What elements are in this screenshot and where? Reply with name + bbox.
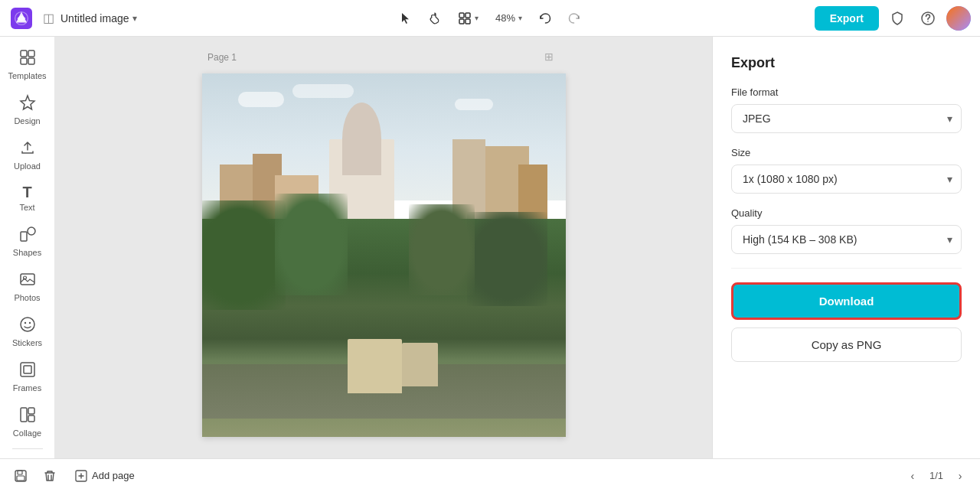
stickers-label: Stickers [12,338,42,347]
sidebar: Templates Design Upload T Text [0,37,55,458]
svg-rect-20 [24,366,31,373]
svg-point-16 [21,318,34,331]
svg-rect-9 [28,51,34,57]
sidebar-item-shapes[interactable]: Shapes [3,220,52,263]
page-counter: 1/1 [929,470,943,481]
title-chevron-icon: ▾ [132,13,137,24]
pointer-tool-button[interactable] [394,6,418,31]
bottombar: Add page ‹ 1/1 › [0,458,980,492]
svg-rect-11 [28,58,34,64]
file-format-select-wrapper: JPEG PNG PDF SVG ▾ [731,104,962,133]
help-button[interactable] [916,6,940,31]
canvas-area: Page 1 ⊞ [55,37,712,458]
delete-button[interactable] [38,464,61,487]
svg-rect-14 [21,274,34,285]
frames-icon [19,361,36,380]
svg-rect-4 [459,19,464,24]
page-next-button[interactable]: › [949,465,971,487]
svg-rect-23 [28,415,34,422]
svg-rect-26 [17,476,24,481]
page-navigation: ‹ 1/1 › [902,465,971,487]
pan-tool-button[interactable] [423,6,447,31]
sidebar-item-frames[interactable]: Frames [3,355,52,399]
sidebar-item-stickers[interactable]: Stickers [3,310,52,354]
svg-rect-22 [28,408,34,414]
stickers-icon [19,316,36,335]
add-page-label: Add page [92,470,135,481]
save-button[interactable] [9,464,32,487]
templates-icon [19,49,36,68]
size-select-wrapper: 1x (1080 x 1080 px) 2x (2160 x 2160 px) … [731,165,962,194]
design-icon [19,94,36,113]
svg-rect-25 [18,471,22,474]
zoom-button[interactable]: 48% ▾ [489,9,528,27]
file-format-group: File format JPEG PNG PDF SVG ▾ [731,86,962,133]
quality-group: Quality Low Medium High (154 KB – 308 KB… [731,207,962,254]
svg-rect-19 [21,363,34,376]
topbar-right-tools: Export [815,6,971,31]
topbar-center-tools: ▾ 48% ▾ [394,6,586,31]
photos-label: Photos [14,293,40,302]
topbar: ◫ Untitled image ▾ ▾ 48% ▾ [0,0,980,37]
text-icon: T [22,184,31,200]
page-label: Page 1 [207,52,237,63]
size-label: Size [731,147,962,158]
sidebar-item-design[interactable]: Design [3,88,52,132]
sidebar-item-text[interactable]: T Text [3,178,52,218]
sidebar-divider [12,448,43,449]
separator [731,268,962,269]
size-select[interactable]: 1x (1080 x 1080 px) 2x (2160 x 2160 px) … [731,165,962,194]
svg-point-18 [28,322,30,324]
sidebar-bottom: ••• ▼ [3,445,52,458]
add-page-button[interactable]: Add page [67,465,142,487]
export-panel: Export File format JPEG PNG PDF SVG ▾ Si… [712,37,980,458]
page-prev-button[interactable]: ‹ [902,465,923,487]
text-label: Text [19,203,34,212]
avatar[interactable] [946,6,971,31]
design-label: Design [14,116,40,125]
shield-button[interactable] [885,6,910,31]
svg-rect-8 [21,51,27,57]
svg-rect-5 [466,19,470,24]
svg-rect-12 [21,232,27,241]
photos-icon [19,271,36,290]
export-button[interactable]: Export [815,6,879,31]
svg-rect-10 [21,58,27,64]
copy-png-button[interactable]: Copy as PNG [731,327,962,362]
canvas-page[interactable] [202,73,566,437]
quality-select-wrapper: Low Medium High (154 KB – 308 KB) ▾ [731,225,962,254]
layout-button[interactable]: ▾ [452,8,485,28]
svg-point-7 [927,21,929,22]
document-title-area[interactable]: ◫ Untitled image ▾ [43,11,137,25]
sidebar-item-templates[interactable]: Templates [3,43,52,86]
svg-rect-2 [459,13,464,18]
zoom-value: 48% [495,12,515,24]
logo-button[interactable] [9,6,34,31]
upload-icon [19,139,36,158]
export-panel-title: Export [731,55,962,71]
redo-button[interactable] [562,6,586,31]
shapes-icon [19,226,36,245]
collage-label: Collage [13,428,41,438]
sidebar-item-photos[interactable]: Photos [3,265,52,308]
file-format-label: File format [731,86,962,98]
sidebar-item-upload[interactable]: Upload [3,133,52,177]
frames-label: Frames [13,383,41,393]
svg-rect-21 [21,408,27,422]
page-expand-icon[interactable]: ⊞ [544,51,554,63]
svg-point-17 [24,322,25,324]
sidebar-item-collage[interactable]: Collage [3,400,52,444]
undo-button[interactable] [533,6,557,31]
svg-point-13 [28,227,35,235]
zoom-chevron-icon: ▾ [518,14,522,22]
quality-label: Quality [731,207,962,219]
templates-label: Templates [8,71,46,80]
svg-rect-3 [466,13,470,18]
quality-select[interactable]: Low Medium High (154 KB – 308 KB) [731,225,962,254]
collage-icon [19,406,36,425]
download-button[interactable]: Download [731,282,962,320]
shapes-label: Shapes [13,248,41,257]
document-icon: ◫ [43,11,54,25]
file-format-select[interactable]: JPEG PNG PDF SVG [731,104,962,133]
main-area: Templates Design Upload T Text [0,37,980,458]
